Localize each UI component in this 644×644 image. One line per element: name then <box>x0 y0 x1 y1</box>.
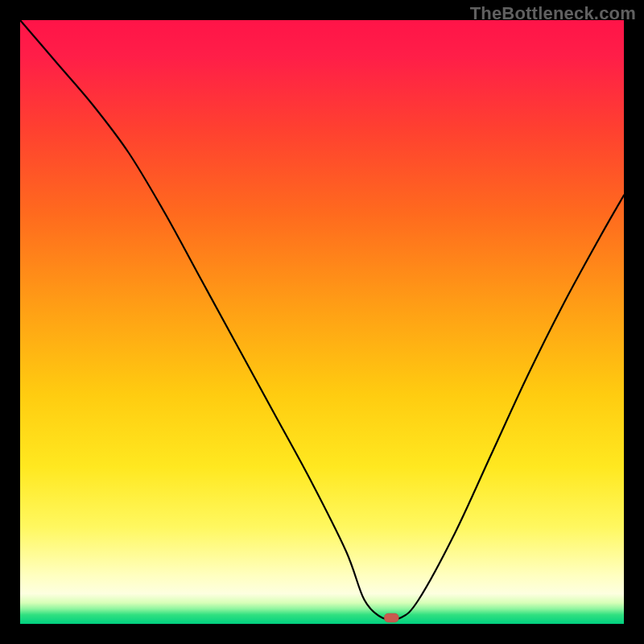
optimum-marker <box>384 613 398 622</box>
watermark-text: TheBottleneck.com <box>470 3 636 24</box>
chart-frame: TheBottleneck.com <box>0 0 644 644</box>
curve-svg <box>20 20 624 624</box>
plot-area <box>20 20 624 624</box>
bottleneck-curve <box>20 20 624 620</box>
